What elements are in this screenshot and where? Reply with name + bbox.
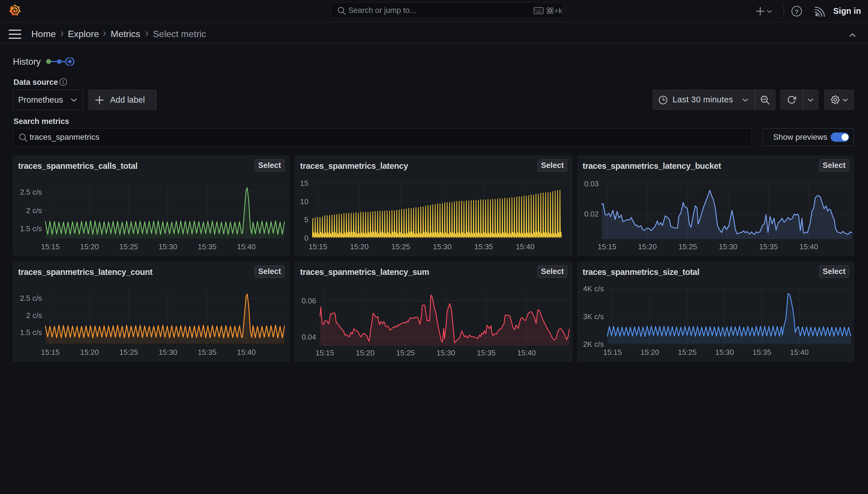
svg-text:15:30: 15:30 [159, 242, 177, 251]
svg-text:15:15: 15:15 [41, 348, 59, 357]
svg-text:15:30: 15:30 [437, 348, 455, 357]
svg-text:2.5 c/s: 2.5 c/s [20, 294, 42, 303]
svg-text:15:25: 15:25 [678, 242, 697, 251]
svg-text:15: 15 [300, 179, 309, 188]
svg-text:0.03: 0.03 [584, 179, 599, 188]
svg-text:15:30: 15:30 [715, 348, 734, 357]
svg-text:2 c/s: 2 c/s [26, 311, 42, 320]
svg-text:15:25: 15:25 [396, 348, 415, 357]
svg-text:15:15: 15:15 [597, 242, 616, 251]
svg-text:15:30: 15:30 [719, 242, 737, 251]
svg-text:15:15: 15:15 [603, 348, 622, 357]
svg-text:15:40: 15:40 [516, 242, 534, 251]
svg-text:15:20: 15:20 [638, 242, 657, 251]
svg-text:1.5 c/s: 1.5 c/s [20, 328, 42, 337]
svg-text:15:15: 15:15 [41, 242, 59, 251]
svg-text:5: 5 [304, 215, 309, 224]
svg-text:15:20: 15:20 [350, 242, 369, 251]
svg-text:15:35: 15:35 [198, 348, 216, 357]
svg-text:15:40: 15:40 [799, 242, 818, 251]
svg-text:2.5 c/s: 2.5 c/s [20, 188, 42, 196]
svg-text:3K c/s: 3K c/s [583, 312, 604, 321]
svg-text:15:35: 15:35 [474, 242, 493, 251]
svg-text:15:15: 15:15 [315, 348, 334, 357]
svg-text:15:20: 15:20 [80, 348, 99, 357]
svg-text:0.02: 0.02 [584, 210, 599, 218]
svg-text:?: ? [795, 8, 799, 15]
svg-text:15:20: 15:20 [356, 348, 375, 357]
svg-text:1.5 c/s: 1.5 c/s [20, 224, 42, 233]
svg-text:15:35: 15:35 [752, 348, 771, 357]
svg-text:15:15: 15:15 [309, 242, 327, 251]
svg-text:15:40: 15:40 [517, 348, 536, 357]
svg-text:10: 10 [300, 197, 309, 206]
svg-text:15:25: 15:25 [119, 242, 138, 251]
svg-text:0.06: 0.06 [301, 297, 316, 305]
svg-text:0.04: 0.04 [301, 333, 316, 341]
svg-text:15:35: 15:35 [759, 242, 778, 251]
svg-text:15:20: 15:20 [640, 348, 659, 357]
svg-text:15:40: 15:40 [237, 242, 256, 251]
svg-text:15:40: 15:40 [790, 348, 809, 357]
svg-text:15:20: 15:20 [80, 242, 99, 251]
svg-text:15:35: 15:35 [477, 348, 495, 357]
svg-text:15:30: 15:30 [433, 242, 452, 251]
svg-text:2 c/s: 2 c/s [26, 206, 42, 215]
svg-text:2K c/s: 2K c/s [583, 340, 604, 348]
svg-text:4K c/s: 4K c/s [583, 284, 604, 293]
svg-text:0: 0 [304, 234, 309, 242]
svg-text:15:40: 15:40 [237, 348, 256, 357]
svg-text:15:25: 15:25 [392, 242, 410, 251]
svg-text:15:25: 15:25 [119, 348, 138, 357]
svg-text:15:30: 15:30 [159, 348, 177, 357]
svg-text:15:35: 15:35 [198, 242, 216, 251]
svg-text:15:25: 15:25 [678, 348, 696, 357]
